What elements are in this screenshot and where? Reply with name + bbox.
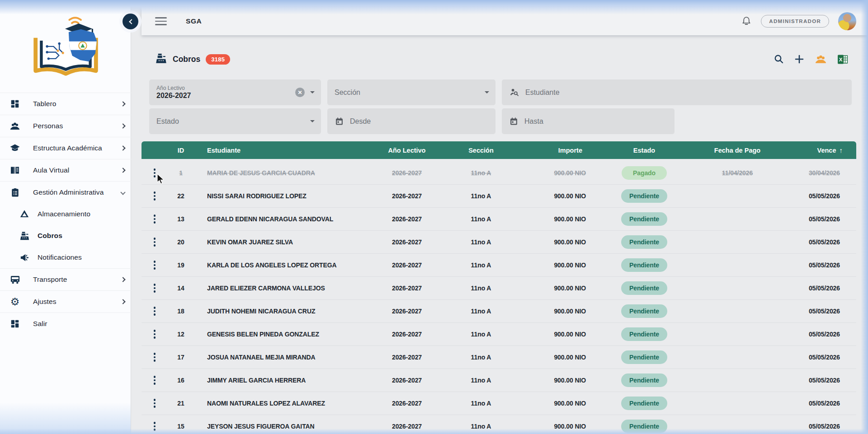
row-amount: 900.00 NIO (507, 285, 595, 292)
add-cobro-button[interactable] (794, 54, 805, 65)
row-id: 21 (170, 400, 191, 407)
row-amount: 900.00 NIO (507, 400, 595, 407)
row-actions-button[interactable] (147, 350, 162, 365)
status-badge: Pendiente (621, 189, 667, 203)
row-section: 11no A (455, 238, 507, 246)
chevron-right-icon (120, 123, 125, 128)
row-student: JIMMY ARIEL GARCIA HERRERA (191, 377, 359, 384)
role-badge[interactable]: ADMINISTRADOR (761, 15, 829, 28)
search-icon (774, 54, 784, 65)
clear-filter-icon[interactable]: ✕ (295, 88, 305, 97)
desde-date-input[interactable] (350, 117, 489, 126)
row-id: 1 (170, 169, 191, 177)
menu-toggle-button[interactable] (155, 17, 167, 25)
hasta-date-input[interactable] (524, 117, 668, 126)
status-badge: Pendiente (621, 212, 667, 226)
row-student: KARLA DE LOS ANGELES LOPEZ ORTEGA (191, 261, 359, 269)
row-actions-button[interactable] (147, 419, 162, 434)
chevron-down-icon (120, 190, 125, 195)
row-actions-button[interactable] (147, 396, 162, 411)
sidebar-item-label: Transporte (33, 275, 67, 284)
status-badge: Pendiente (621, 373, 667, 387)
row-actions-button[interactable] (147, 327, 162, 342)
filter-hasta-date[interactable] (502, 108, 675, 134)
sidebar-item-aula-virtual[interactable]: Aula Virtual (0, 159, 131, 181)
row-section: 11no A (455, 400, 507, 407)
header-anio-lectivo[interactable]: Año Lectivo (359, 147, 455, 154)
row-year: 2026-2027 (359, 354, 455, 361)
row-actions-button[interactable] (147, 234, 162, 250)
filter-value: 2026-2027 (156, 92, 191, 100)
status-badge: Pendiente (621, 281, 667, 295)
sidebar-item-estructura-academica[interactable]: Estructura Académica (0, 137, 131, 159)
row-due-date: 05/05/2026 (781, 331, 856, 338)
row-year: 2026-2027 (359, 192, 455, 200)
status-badge: Pendiente (621, 258, 667, 272)
row-payment-date: 11/04/2026 (693, 169, 781, 177)
table-row: 22 NISSI SARAI RODRIGUEZ LOPEZ 2026-2027… (142, 185, 856, 208)
sidebar-item-notificaciones[interactable]: Notificaciones (0, 247, 131, 268)
drive-icon (19, 209, 30, 219)
sidebar-item-tablero[interactable]: Tablero (0, 93, 131, 115)
row-actions-button[interactable] (147, 303, 162, 319)
sidebar-item-ajustes[interactable]: ⚙ Ajustes (0, 290, 131, 313)
search-button[interactable] (774, 54, 784, 65)
row-actions-button[interactable] (147, 257, 162, 273)
table-row: 21 NAOMI NATURALES LOPEZ ALAVAREZ 2026-2… (142, 392, 856, 415)
table-row: 15 JEYSON JESUS FIGUEROA GAITAN 2026-202… (142, 415, 856, 434)
exit-grid-icon (9, 318, 21, 330)
export-excel-button[interactable]: X (837, 54, 849, 65)
header-vence[interactable]: Vence ↑ (781, 146, 856, 154)
sidebar-item-cobros[interactable]: Cobros (0, 225, 131, 247)
table-header-row: ID Estudiante Año Lectivo Sección Import… (142, 141, 856, 159)
filter-placeholder: Estado (156, 117, 179, 126)
sidebar-item-label: Almacenamiento (38, 210, 90, 218)
excel-icon: X (837, 54, 849, 65)
header-id[interactable]: ID (170, 147, 191, 154)
header-importe[interactable]: Importe (507, 147, 595, 154)
right-glow (861, 0, 868, 434)
gear-icon: ⚙ (9, 296, 21, 308)
row-actions-button[interactable] (147, 188, 162, 204)
row-year: 2026-2027 (359, 285, 455, 292)
estudiante-search-input[interactable] (525, 89, 845, 97)
table-row: 17 JOSUA NATANAEL MEJIA MIRANDA 2026-202… (142, 346, 856, 369)
filter-seccion-select[interactable]: Sección (327, 79, 495, 105)
header-fecha-pago[interactable]: Fecha de Pago (693, 147, 781, 154)
filter-desde-date[interactable] (327, 108, 495, 134)
row-actions-button[interactable] (147, 280, 162, 296)
sidebar-item-personas[interactable]: Personas (0, 115, 131, 137)
sidebar-item-gestion-administrativa[interactable]: Gestión Administrativa (0, 181, 131, 203)
user-avatar[interactable] (838, 12, 856, 30)
sidebar-collapse-button[interactable] (123, 14, 138, 29)
header-estado[interactable]: Estado (595, 147, 693, 154)
table-row: 13 GERALD EDENN NICARAGUA SANDOVAL 2026-… (142, 208, 856, 231)
row-actions-button[interactable] (147, 165, 162, 181)
bulk-students-button[interactable] (814, 53, 827, 65)
filter-anio-lectivo-select[interactable]: Año Lectivo 2026-2027 ✕ (149, 79, 321, 105)
row-actions-button[interactable] (147, 373, 162, 388)
caret-down-icon (485, 91, 489, 93)
row-year: 2026-2027 (359, 215, 455, 223)
row-student: JUDITH NOHEMI NICARAGUA CRUZ (191, 308, 359, 315)
cash-register-icon (19, 230, 30, 241)
row-amount: 900.00 NIO (507, 169, 595, 177)
sidebar-item-salir[interactable]: Salir (0, 313, 131, 335)
megaphone-icon (19, 252, 30, 263)
header-vence-label: Vence (817, 147, 836, 154)
app-bar: SGA ADMINISTRADOR (142, 7, 868, 35)
filter-estudiante-field[interactable] (502, 79, 852, 105)
sidebar-item-almacenamiento[interactable]: Almacenamiento (0, 203, 131, 225)
sort-asc-icon: ↑ (840, 146, 843, 154)
sidebar-item-transporte[interactable]: Transporte (0, 268, 131, 290)
row-id: 17 (170, 354, 191, 361)
filter-estado-select[interactable]: Estado (149, 108, 321, 134)
row-actions-button[interactable] (147, 211, 162, 227)
row-amount: 900.00 NIO (507, 215, 595, 223)
row-student: KEVIN OMAR JUAREZ SILVA (191, 238, 359, 246)
header-seccion[interactable]: Sección (455, 147, 507, 154)
notifications-bell-button[interactable] (741, 16, 752, 27)
svg-text:X: X (839, 56, 843, 62)
header-estudiante[interactable]: Estudiante (191, 147, 359, 154)
chevron-left-icon (129, 19, 134, 24)
